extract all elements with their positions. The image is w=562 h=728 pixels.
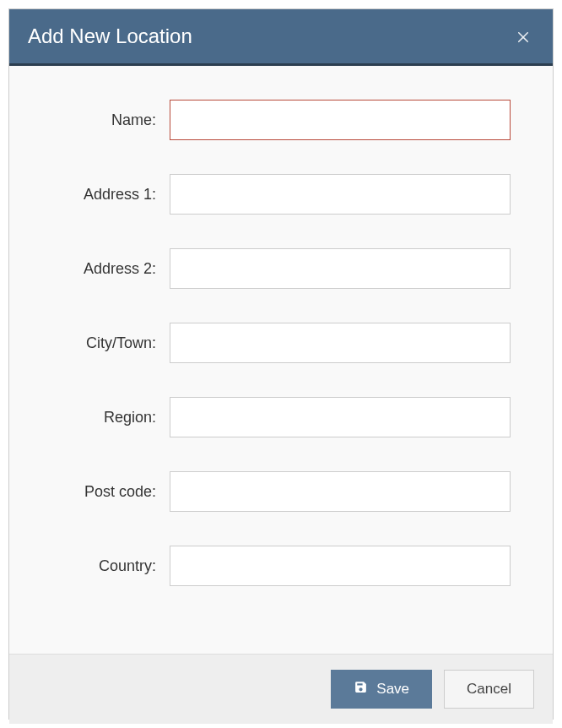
- field-row-address1: Address 1:: [35, 174, 511, 215]
- postcode-input[interactable]: [170, 471, 511, 512]
- postcode-label: Post code:: [35, 483, 170, 501]
- save-button[interactable]: Save: [331, 670, 432, 709]
- field-row-address2: Address 2:: [35, 248, 511, 289]
- country-input[interactable]: [170, 546, 511, 586]
- address2-input[interactable]: [170, 248, 511, 289]
- name-input[interactable]: [170, 100, 511, 140]
- region-label: Region:: [35, 409, 170, 426]
- field-row-region: Region:: [35, 397, 511, 437]
- region-input[interactable]: [170, 397, 511, 437]
- city-input[interactable]: [170, 323, 511, 363]
- save-button-label: Save: [376, 681, 409, 698]
- dialog-body: Name: Address 1: Address 2: City/Town: R…: [9, 66, 553, 654]
- cancel-button-label: Cancel: [467, 681, 511, 698]
- field-row-name: Name:: [35, 100, 511, 140]
- city-label: City/Town:: [35, 334, 170, 352]
- country-label: Country:: [35, 557, 170, 575]
- save-icon: [354, 680, 368, 698]
- field-row-city: City/Town:: [35, 323, 511, 363]
- add-location-dialog: Add New Location Name: Address 1: Addres…: [8, 8, 554, 720]
- address2-label: Address 2:: [35, 260, 170, 278]
- cancel-button[interactable]: Cancel: [444, 670, 534, 709]
- dialog-header: Add New Location: [9, 9, 553, 66]
- field-row-country: Country:: [35, 546, 511, 586]
- address1-label: Address 1:: [35, 186, 170, 204]
- close-icon: [516, 29, 531, 44]
- field-row-postcode: Post code:: [35, 471, 511, 512]
- address1-input[interactable]: [170, 174, 511, 215]
- dialog-title: Add New Location: [28, 24, 192, 48]
- close-button[interactable]: [512, 25, 534, 47]
- dialog-footer: Save Cancel: [9, 654, 553, 724]
- name-label: Name:: [35, 111, 170, 129]
